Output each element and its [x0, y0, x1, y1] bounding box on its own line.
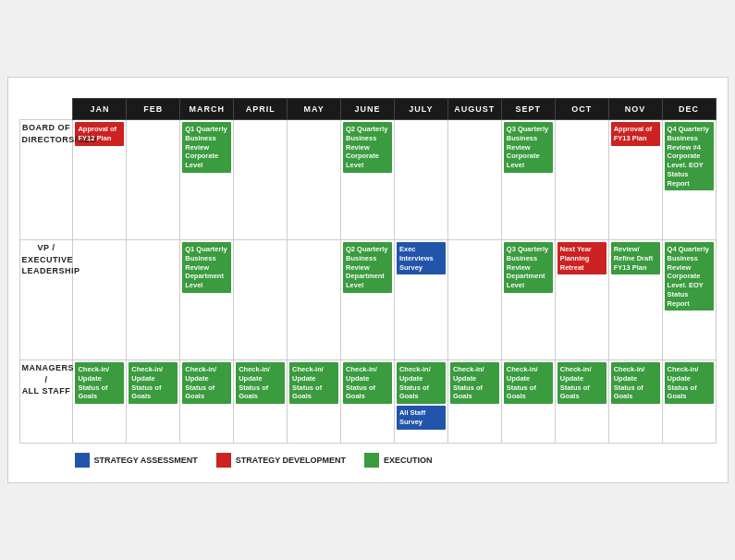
planning-calendar-container: JANFEBMARCHAPRILMAYJUNEJULYAUGUSTSEPTOCT… [7, 77, 729, 483]
month-header-nov: NOV [608, 99, 662, 120]
event-block: Exec Interviews Survey [397, 242, 446, 274]
legend-color-box [216, 453, 231, 468]
cell-august-row2: Check-in/ Update Status of Goals [447, 360, 501, 444]
event-block: Approval of FY13 Plan [611, 122, 660, 146]
cell-july-row0 [394, 120, 447, 240]
month-header-sept: SEPT [501, 99, 555, 120]
event-block: Check-in/ Update Status of Goals [129, 362, 178, 404]
header-label-cell [19, 99, 73, 120]
event-block: Check-in/ Update Status of Goals [557, 362, 606, 404]
cell-jan-row2: Check-in/ Update Status of Goals [73, 360, 127, 444]
month-header-march: MARCH [180, 99, 234, 120]
cell-may-row2: Check-in/ Update Status of Goals [288, 360, 341, 444]
cell-sept-row1: Q3 Quarterly Business Review Department … [501, 240, 555, 360]
row-label-1: VP / EXECUTIVELEADERSHIP [19, 240, 73, 360]
cell-jan-row1 [73, 240, 127, 360]
cell-july-row1: Exec Interviews Survey [394, 240, 447, 360]
event-block: Check-in/ Update Status of Goals [504, 362, 553, 404]
calendar-table: JANFEBMARCHAPRILMAYJUNEJULYAUGUSTSEPTOCT… [19, 98, 717, 444]
cell-august-row0 [447, 120, 501, 240]
cell-august-row1 [447, 240, 501, 360]
event-block: All Staff Survey [397, 406, 446, 430]
legend-item-blue: STRATEGY ASSESSMENT [75, 453, 198, 468]
month-header-june: JUNE [341, 99, 395, 120]
event-block: Approval of FY12 Plan [75, 122, 124, 146]
month-header-july: JULY [394, 99, 447, 120]
cell-nov-row1: Review/ Refine Draft FY13 Plan [608, 240, 662, 360]
cell-feb-row0 [127, 120, 180, 240]
event-block: Q4 Quarterly Business Review #4 Corporat… [665, 122, 714, 190]
cell-march-row1: Q1 Quarterly Business Review Department … [180, 240, 234, 360]
cell-april-row2: Check-in/ Update Status of Goals [234, 360, 288, 444]
month-header-feb: FEB [127, 99, 180, 120]
event-block: Check-in/ Update Status of Goals [611, 362, 660, 404]
cell-march-row0: Q1 Quarterly Business Review Corporate L… [180, 120, 234, 240]
event-block: Check-in/ Update Status of Goals [236, 362, 285, 404]
event-block: Check-in/ Update Status of Goals [182, 362, 231, 404]
cell-april-row0 [234, 120, 288, 240]
cell-feb-row2: Check-in/ Update Status of Goals [127, 360, 180, 444]
cell-july-row2: Check-in/ Update Status of GoalsAll Staf… [394, 360, 447, 444]
event-block: Q3 Quarterly Business Review Department … [504, 242, 553, 293]
cell-oct-row1: Next Year Planning Retreat [555, 240, 608, 360]
cell-nov-row0: Approval of FY13 Plan [608, 120, 662, 240]
month-header-oct: OCT [555, 99, 608, 120]
month-header-jan: JAN [73, 99, 127, 120]
event-block: Check-in/ Update Status of Goals [397, 362, 446, 404]
cell-june-row0: Q2 Quarterly Business Review Corporate L… [341, 120, 395, 240]
event-block: Q1 Quarterly Business Review Department … [182, 242, 231, 293]
table-row: BOARD OFDIRECTORS/CEOApproval of FY12 Pl… [19, 120, 716, 240]
event-block: Q3 Quarterly Business Review Corporate L… [504, 122, 553, 173]
cell-nov-row2: Check-in/ Update Status of Goals [608, 360, 662, 444]
cell-may-row1 [288, 240, 341, 360]
event-block: Check-in/ Update Status of Goals [450, 362, 499, 404]
table-row: VP / EXECUTIVELEADERSHIPQ1 Quarterly Bus… [19, 240, 716, 360]
event-block: Q2 Quarterly Business Review Department … [343, 242, 392, 293]
cell-may-row0 [288, 120, 341, 240]
month-header-april: APRIL [234, 99, 288, 120]
cell-sept-row2: Check-in/ Update Status of Goals [501, 360, 555, 444]
event-block: Check-in/ Update Status of Goals [289, 362, 338, 404]
cell-june-row2: Check-in/ Update Status of Goals [341, 360, 395, 444]
legend-item-red: STRATEGY DEVELOPMENT [216, 453, 346, 468]
legend-item-green: EXECUTION [364, 453, 433, 468]
event-block: Q1 Quarterly Business Review Corporate L… [182, 122, 231, 173]
cell-feb-row1 [127, 240, 180, 360]
cell-sept-row0: Q3 Quarterly Business Review Corporate L… [501, 120, 555, 240]
event-block: Check-in/ Update Status of Goals [665, 362, 714, 404]
legend-color-box [364, 453, 379, 468]
row-label-2: MANAGERS /ALL STAFF [19, 360, 73, 444]
cell-june-row1: Q2 Quarterly Business Review Department … [341, 240, 395, 360]
month-header-may: MAY [288, 99, 341, 120]
legend-label: STRATEGY DEVELOPMENT [236, 456, 346, 465]
table-row: MANAGERS /ALL STAFFCheck-in/ Update Stat… [19, 360, 716, 444]
event-block: Q4 Quarterly Business Review Corporate L… [665, 242, 714, 310]
legend-color-box [75, 453, 90, 468]
event-block: Next Year Planning Retreat [557, 242, 606, 274]
cell-march-row2: Check-in/ Update Status of Goals [180, 360, 234, 444]
cell-jan-row0: Approval of FY12 Plan [73, 120, 127, 240]
cell-dec-row1: Q4 Quarterly Business Review Corporate L… [662, 240, 716, 360]
legend-label: STRATEGY ASSESSMENT [94, 456, 198, 465]
cell-april-row1 [234, 240, 288, 360]
month-header-august: AUGUST [447, 99, 501, 120]
legend-label: EXECUTION [384, 456, 433, 465]
event-block: Review/ Refine Draft FY13 Plan [611, 242, 660, 274]
row-label-0: BOARD OFDIRECTORS/CEO [19, 120, 73, 240]
event-block: Check-in/ Update Status of Goals [343, 362, 392, 404]
cell-dec-row0: Q4 Quarterly Business Review #4 Corporat… [662, 120, 716, 240]
cell-oct-row0 [555, 120, 608, 240]
cell-dec-row2: Check-in/ Update Status of Goals [662, 360, 716, 444]
event-block: Check-in/ Update Status of Goals [75, 362, 124, 404]
cell-oct-row2: Check-in/ Update Status of Goals [555, 360, 608, 444]
event-block: Q2 Quarterly Business Review Corporate L… [343, 122, 392, 173]
legend: STRATEGY ASSESSMENTSTRATEGY DEVELOPMENTE… [19, 453, 717, 468]
month-header-dec: DEC [662, 99, 716, 120]
